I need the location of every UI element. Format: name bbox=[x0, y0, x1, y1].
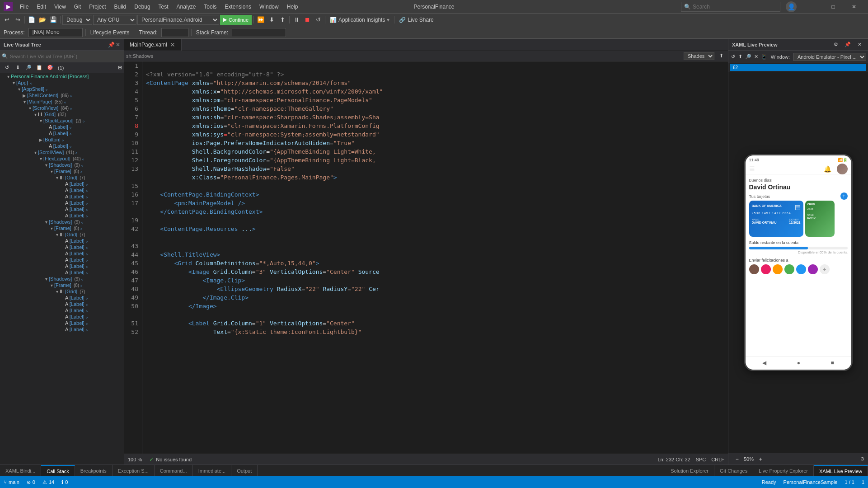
visual-tree-container[interactable]: ▾ PersonalFinance.Android [Process] ▾ [A… bbox=[0, 73, 124, 465]
tree-item-lbl-b4[interactable]: ▶ A [Label]⬦ bbox=[0, 257, 124, 263]
code-editor-area[interactable]: 12345 678910 111213 15 1617 1942 4344454… bbox=[124, 61, 728, 454]
menu-git[interactable]: Git bbox=[70, 3, 84, 11]
preview-btn-5[interactable]: 📱 bbox=[761, 52, 767, 62]
error-count[interactable]: ⊗ 0 bbox=[27, 479, 35, 485]
preview-btn-1[interactable]: ↺ bbox=[730, 52, 736, 62]
tree-item-lbl-a2[interactable]: ▶ A [Label]⬦ bbox=[0, 187, 124, 193]
editor-toolbar-expand[interactable]: ⬆ bbox=[716, 51, 726, 61]
info-count[interactable]: ℹ 0 bbox=[61, 479, 68, 485]
code-text[interactable]: <?xml version="1.0" encoding="utf-8" ?> … bbox=[142, 61, 728, 454]
nav-square-button[interactable]: ■ bbox=[831, 360, 834, 366]
tree-item-root[interactable]: ▾ PersonalFinance.Android [Process] bbox=[0, 73, 124, 80]
step-out-button[interactable]: ⬆ bbox=[277, 15, 287, 25]
tree-item-flexlayout[interactable]: ▾ [FlexLayout] (40) ⬦ bbox=[0, 155, 124, 162]
menu-test[interactable]: Test bbox=[155, 3, 172, 11]
tree-item-app[interactable]: ▾ [App] ⬦ bbox=[0, 80, 124, 86]
undo-button[interactable]: ↩ bbox=[2, 15, 12, 25]
tree-item-lbl-a5[interactable]: ▶ A [Label]⬦ bbox=[0, 206, 124, 212]
zoom-out-btn[interactable]: － bbox=[732, 454, 742, 464]
preview-btn-4[interactable]: ✕ bbox=[753, 52, 759, 62]
menu-analyze[interactable]: Analyze bbox=[173, 3, 200, 11]
tree-item-lbl-c4[interactable]: ▶ A [Label]⬦ bbox=[0, 314, 124, 320]
zoom-reset-btn[interactable]: ⊙ bbox=[860, 456, 864, 462]
tree-item-lbl-a3[interactable]: ▶ A [Label]⬦ bbox=[0, 193, 124, 200]
nav-back-button[interactable]: ◀ bbox=[762, 360, 766, 366]
menu-edit[interactable]: Edit bbox=[33, 3, 50, 11]
tree-toolbar-btn5[interactable]: 🎯 bbox=[45, 63, 55, 73]
menu-view[interactable]: View bbox=[51, 3, 70, 11]
tree-item-label1[interactable]: ▶ A [Label] ⬦ bbox=[0, 124, 124, 130]
panel-pin-button[interactable]: 📌 bbox=[108, 42, 115, 48]
hamburger-icon[interactable]: ☰ bbox=[749, 165, 755, 173]
zoom-in-btn[interactable]: ＋ bbox=[755, 454, 765, 464]
notification-icon[interactable]: 🔔 bbox=[824, 165, 831, 173]
nav-home-button[interactable]: ● bbox=[797, 360, 800, 366]
tree-item-grid1[interactable]: ▾ III [Grid] (83) bbox=[0, 111, 124, 117]
tree-item-grid2[interactable]: ▾ III [Grid] (7) bbox=[0, 174, 124, 181]
restart-button[interactable]: ↺ bbox=[313, 15, 323, 25]
tree-item-scrollview1[interactable]: ▾ [ScrollView] (84) ⬦ bbox=[0, 105, 124, 111]
tab-exception-settings[interactable]: Exception S... bbox=[113, 465, 155, 476]
tree-toolbar-btn4[interactable]: 📋 bbox=[34, 63, 44, 73]
tree-item-label3[interactable]: ▶ A [Label] ⬦ bbox=[0, 143, 124, 149]
tab-mainpage-xaml[interactable]: MainPage.xaml ✕ bbox=[124, 39, 181, 50]
tree-item-shadows2[interactable]: ▾ [Shadows] (9) ⬦ bbox=[0, 219, 124, 225]
close-button[interactable]: ✕ bbox=[844, 0, 864, 14]
tab-breakpoints[interactable]: Breakpoints bbox=[75, 465, 113, 476]
preview-btn-2[interactable]: ⬆ bbox=[738, 52, 744, 62]
tree-item-lbl-c1[interactable]: ▶ A [Label]⬦ bbox=[0, 295, 124, 301]
tab-git-changes[interactable]: Git Changes bbox=[714, 465, 753, 476]
tree-toolbar-btn2[interactable]: ⬇ bbox=[13, 63, 23, 73]
menu-project[interactable]: Project bbox=[85, 3, 109, 11]
tab-call-stack[interactable]: Call Stack bbox=[41, 465, 75, 476]
new-file-button[interactable]: 📄 bbox=[27, 15, 37, 25]
tab-live-property-explorer[interactable]: Live Property Explorer bbox=[753, 465, 814, 476]
redo-button[interactable]: ↪ bbox=[13, 15, 23, 25]
add-card-button[interactable]: + bbox=[840, 192, 848, 200]
tree-item-lbl-b6[interactable]: ▶ A [Label]⬦ bbox=[0, 269, 124, 276]
project-select[interactable]: PersonalFinance.Android bbox=[137, 15, 219, 25]
tab-output[interactable]: Output bbox=[231, 465, 258, 476]
shades-select[interactable]: Shades bbox=[684, 52, 714, 60]
menu-help[interactable]: Help bbox=[283, 3, 302, 11]
menu-build[interactable]: Build bbox=[111, 3, 130, 11]
maximize-button[interactable]: □ bbox=[823, 0, 844, 14]
menu-extensions[interactable]: Extensions bbox=[221, 3, 255, 11]
tree-item-label2[interactable]: ▶ A [Label] ⬦ bbox=[0, 130, 124, 136]
tree-item-lbl-c2[interactable]: ▶ A [Label]⬦ bbox=[0, 301, 124, 307]
live-share-button[interactable]: 🔗 Live Share bbox=[396, 17, 436, 23]
tree-item-lbl-a6[interactable]: ▶ A [Label]⬦ bbox=[0, 212, 124, 219]
panel-close-button[interactable]: ✕ bbox=[116, 42, 120, 48]
tree-item-button[interactable]: ▶ [Button] ⬦ bbox=[0, 136, 124, 143]
tree-item-appshell[interactable]: ▾ [AppShell] ⬦ bbox=[0, 86, 124, 92]
tab-solution-explorer[interactable]: Solution Explorer bbox=[665, 465, 714, 476]
tab-command[interactable]: Command... bbox=[155, 465, 193, 476]
tree-item-frame1[interactable]: ▾ [Frame] (8) ⬦ bbox=[0, 168, 124, 174]
preview-settings-btn[interactable]: ⚙ bbox=[831, 40, 841, 50]
tree-item-frame3[interactable]: ▾ [Frame] (8) ⬦ bbox=[0, 282, 124, 288]
tree-item-frame2[interactable]: ▾ [Frame] (8) ⬦ bbox=[0, 225, 124, 231]
tree-item-scrollview2[interactable]: ▾ [ScrollView] (41) ⬦ bbox=[0, 149, 124, 155]
tree-item-lbl-c5[interactable]: ▶ A [Label]⬦ bbox=[0, 320, 124, 326]
debug-mode-select[interactable]: Debug bbox=[62, 15, 92, 25]
tree-item-lbl-c6[interactable]: ▶ A [Label]⬦ bbox=[0, 326, 124, 333]
menu-tools[interactable]: Tools bbox=[200, 3, 220, 11]
menu-window[interactable]: Window bbox=[256, 3, 282, 11]
tree-item-lbl-a1[interactable]: ▶ A [Label]⬦ bbox=[0, 181, 124, 187]
tab-immediate[interactable]: Immediate... bbox=[193, 465, 232, 476]
tree-item-shellcontent[interactable]: ▶ [ShellContent] (86) ⬦ bbox=[0, 92, 124, 99]
device-select[interactable]: Android Emulator - Pixel ... bbox=[793, 53, 866, 61]
start-button[interactable]: ▶ Continue bbox=[220, 15, 252, 25]
tree-item-stacklayout[interactable]: ▾ [StackLayout] (2) ⬦ bbox=[0, 117, 124, 124]
tree-expand-btn[interactable]: ⊞ bbox=[118, 65, 122, 70]
tree-item-lbl-b1[interactable]: ▶ A [Label]⬦ bbox=[0, 238, 124, 244]
tree-search-input[interactable] bbox=[10, 54, 122, 59]
tree-item-shadows1[interactable]: ▾ [Shadows] (9) ⬦ bbox=[0, 162, 124, 168]
warning-count[interactable]: ⚠ 14 bbox=[42, 479, 54, 485]
app-insights-button[interactable]: 📊 Application Insights ▾ bbox=[327, 17, 392, 23]
platform-select[interactable]: Any CPU bbox=[93, 15, 136, 25]
tree-item-lbl-a4[interactable]: ▶ A [Label]⬦ bbox=[0, 200, 124, 206]
tree-item-lbl-b5[interactable]: ▶ A [Label]⬦ bbox=[0, 263, 124, 269]
tab-xaml-binding[interactable]: XAML Bindi... bbox=[0, 465, 41, 476]
tree-item-mainpage[interactable]: ▾ [MainPage] (85) ⬦ bbox=[0, 99, 124, 105]
